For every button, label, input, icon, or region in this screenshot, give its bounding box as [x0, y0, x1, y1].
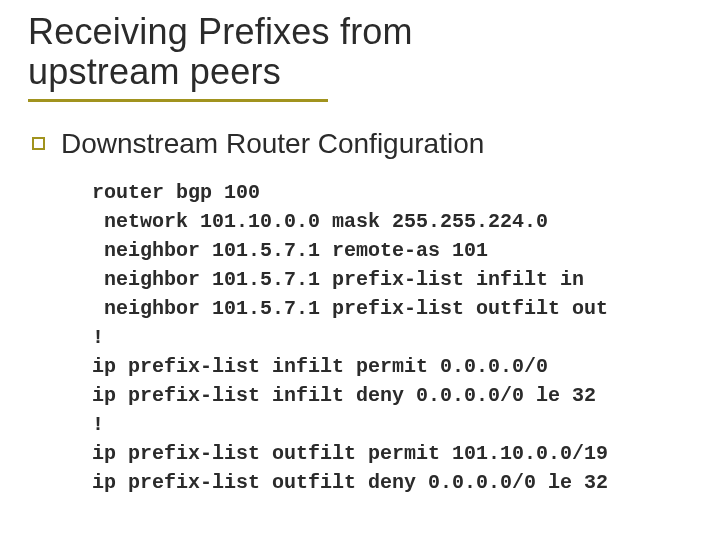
title-line-2: upstream peers — [28, 51, 281, 92]
code-line: ip prefix-list outfilt deny 0.0.0.0/0 le… — [92, 471, 608, 494]
code-line: ip prefix-list outfilt permit 101.10.0.0… — [92, 442, 608, 465]
code-block: router bgp 100 network 101.10.0.0 mask 2… — [92, 178, 692, 497]
code-line: router bgp 100 — [92, 181, 260, 204]
title-underline — [28, 99, 328, 102]
code-line: neighbor 101.5.7.1 remote-as 101 — [92, 239, 488, 262]
slide-title: Receiving Prefixes from upstream peers — [28, 12, 692, 93]
code-line: ! — [92, 326, 104, 349]
subtitle-row: Downstream Router Configuration — [32, 128, 692, 160]
code-line: ip prefix-list infilt permit 0.0.0.0/0 — [92, 355, 548, 378]
code-line: neighbor 101.5.7.1 prefix-list outfilt o… — [92, 297, 608, 320]
title-line-1: Receiving Prefixes from — [28, 11, 413, 52]
bullet-icon — [32, 137, 45, 150]
slide: Receiving Prefixes from upstream peers D… — [0, 0, 720, 540]
subtitle-text: Downstream Router Configuration — [61, 128, 484, 160]
code-line: network 101.10.0.0 mask 255.255.224.0 — [92, 210, 548, 233]
code-line: ip prefix-list infilt deny 0.0.0.0/0 le … — [92, 384, 596, 407]
code-line: neighbor 101.5.7.1 prefix-list infilt in — [92, 268, 584, 291]
code-line: ! — [92, 413, 104, 436]
